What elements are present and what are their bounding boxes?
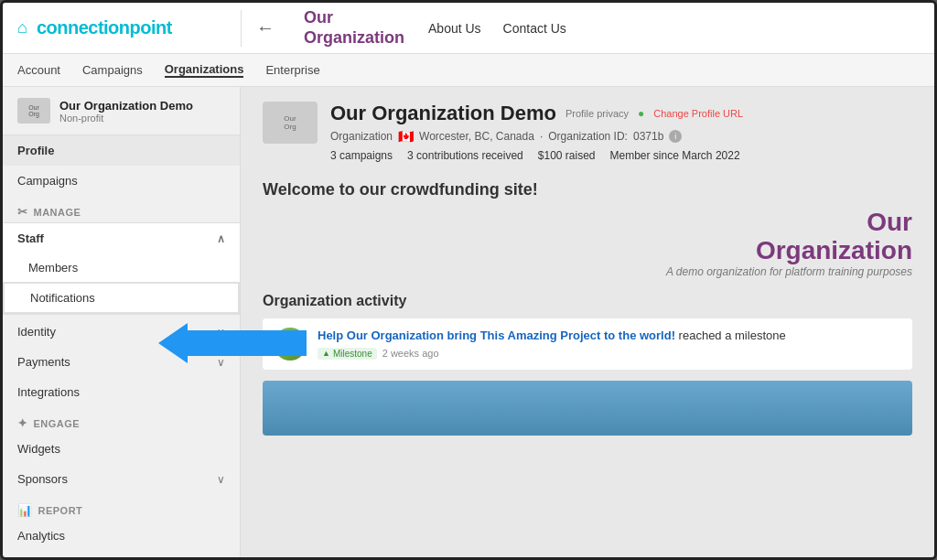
about-us-link[interactable]: About Us [428, 21, 481, 36]
image-placeholder [263, 381, 912, 436]
nav-enterprise[interactable]: Enterprise [265, 63, 319, 77]
activity-meta: ▲ Milestone 2 weeks ago [318, 348, 901, 360]
sidebar-widgets[interactable]: Widgets [3, 434, 240, 464]
sidebar-receipts[interactable]: Receipts [3, 551, 240, 557]
sidebar-org-logo: OurOrg [17, 98, 50, 124]
sidebar-org-header: OurOrg Our Organization Demo Non-profit [3, 87, 240, 135]
logo-text: connectionpoint [37, 17, 172, 38]
nav-campaigns[interactable]: Campaigns [82, 63, 143, 77]
chevron-down-icon-3: ∨ [217, 473, 225, 486]
back-button[interactable]: ← [242, 17, 289, 38]
arrow-body [188, 330, 307, 356]
sidebar-staff-header[interactable]: Staff ∧ [3, 223, 240, 253]
canada-flag-icon: 🇨🇦 [398, 129, 414, 144]
top-navigation: ⌂ connectionpoint ← Our Organization Abo… [3, 3, 934, 54]
profile-privacy: Profile privacy [565, 108, 629, 119]
contact-us-link[interactable]: Contact Us [503, 21, 566, 36]
welcome-text: Welcome to our crowdfunding site! [263, 180, 912, 199]
sidebar-sub-members[interactable]: Members [3, 253, 240, 282]
sidebar: OurOrg Our Organization Demo Non-profit … [3, 87, 241, 557]
profile-title: Our Organization Demo [330, 102, 556, 125]
top-nav-links: About Us Contact Us [419, 21, 566, 36]
sidebar-staff-group: Staff ∧ Members Notifications [3, 222, 240, 315]
profile-dot: ● [638, 107, 644, 120]
change-url-link[interactable]: Change Profile URL [653, 108, 743, 119]
sidebar-org-type: Non-profit [59, 113, 193, 124]
annotation-arrow [158, 323, 307, 363]
raised-amount: $100 raised [538, 149, 596, 162]
milestone-badge: ▲ Milestone [318, 348, 377, 360]
content-area: OurOrg Our Organization Demo Profile pri… [241, 87, 934, 557]
sidebar-section-report: 📊 REPORT [3, 494, 240, 521]
secondary-navigation: Account Campaigns Organizations Enterpri… [3, 54, 934, 87]
activity-link[interactable]: Help Our Organization bring This Amazing… [318, 328, 675, 342]
sidebar-org-info: Our Organization Demo Non-profit [59, 99, 193, 124]
profile-stats: 3 campaigns 3 contributions received $10… [330, 149, 912, 162]
logo-area: ⌂ connectionpoint [3, 17, 241, 38]
sidebar-integrations[interactable]: Integrations [3, 377, 240, 407]
sidebar-org-name: Our Organization Demo [59, 99, 193, 113]
profile-meta: Organization 🇨🇦 Worcester, BC, Canada · … [330, 129, 912, 144]
profile-header: OurOrg Our Organization Demo Profile pri… [263, 102, 912, 162]
sidebar-section-engage: ✦ ENGAGE [3, 407, 240, 434]
campaigns-count: 3 campaigns [330, 149, 393, 162]
sidebar-item-campaigns[interactable]: Campaigns [3, 166, 240, 196]
arrow-head [158, 323, 188, 363]
logo-icon: ⌂ [17, 18, 27, 38]
profile-title-row: Our Organization Demo Profile privacy ● … [330, 102, 912, 125]
member-since: Member since March 2022 [610, 149, 740, 162]
org-branding-box: Our Organization A demo organization for… [666, 209, 912, 278]
activity-title: Organization activity [263, 293, 912, 309]
milestone-icon: ▲ [322, 349, 330, 358]
org-branding: Our Organization A demo organization for… [263, 209, 912, 278]
contributions-count: 3 contributions received [407, 149, 523, 162]
engage-icon: ✦ [17, 416, 28, 430]
report-icon: 📊 [17, 503, 33, 517]
org-nav-title: Our Organization [289, 8, 419, 48]
profile-info: Our Organization Demo Profile privacy ● … [330, 102, 912, 162]
org-brand-name: Our Organization [666, 209, 912, 265]
sidebar-section-manage: ✂ MANAGE [3, 196, 240, 222]
sidebar-analytics[interactable]: Analytics [3, 521, 240, 551]
chevron-up-icon: ∧ [217, 232, 225, 245]
activity-item: Help Our Organization bring This Amazing… [263, 318, 912, 370]
sidebar-sub-notifications[interactable]: Notifications [3, 282, 240, 314]
scissors-icon: ✂ [17, 205, 28, 219]
nav-organizations[interactable]: Organizations [165, 62, 244, 78]
sidebar-sponsors[interactable]: Sponsors ∨ [3, 464, 240, 494]
info-icon: i [669, 130, 682, 143]
profile-thumbnail: OurOrg [263, 102, 318, 144]
main-wrapper: OurOrg Our Organization Demo Non-profit … [3, 87, 934, 557]
org-brand-desc: A demo organization for platform trainin… [666, 265, 912, 278]
activity-section: Organization activity Help Our Organizat… [263, 293, 912, 436]
activity-text: Help Our Organization bring This Amazing… [318, 328, 901, 344]
sidebar-item-profile[interactable]: Profile [3, 135, 240, 166]
nav-account[interactable]: Account [17, 63, 60, 77]
activity-content: Help Our Organization bring This Amazing… [318, 328, 901, 360]
